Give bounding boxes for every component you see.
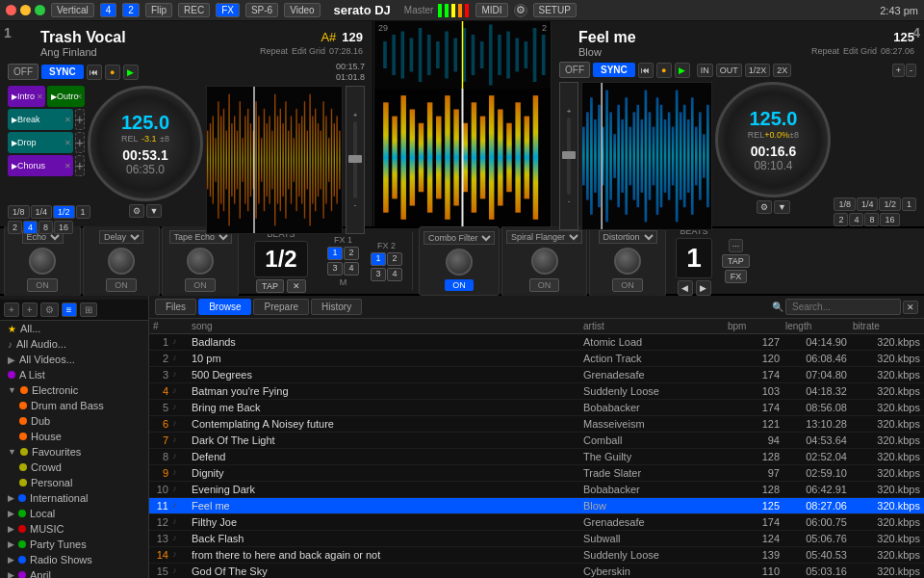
deck-right-off[interactable]: OFF [559, 62, 590, 78]
tab-prepare[interactable]: Prepare [253, 299, 309, 315]
fx-delay-knob[interactable] [108, 248, 135, 275]
track-row[interactable]: 10 ♪ Evening Dark Bobabacker 128 06:42.9… [149, 482, 924, 498]
deck-num-2[interactable]: 2 [122, 3, 140, 17]
sidebar-item-crowd[interactable]: Crowd [0, 460, 148, 475]
pitch-track-right[interactable] [567, 118, 571, 195]
search-x-btn[interactable]: ✕ [903, 301, 918, 314]
track-row[interactable]: 9 ♪ Dignity Trade Slater 97 02:59.10 320… [149, 465, 924, 482]
fx-spiral-select[interactable]: Spiral Flanger [506, 230, 582, 244]
fx-spiral-knob[interactable] [531, 248, 558, 275]
sidebar-item-april[interactable]: ▶ April [0, 567, 148, 578]
fx-combo-knob[interactable] [446, 249, 473, 276]
fx-combo-toggle[interactable]: ON [445, 279, 474, 291]
pitch-handle-right[interactable] [562, 151, 576, 159]
deck-left-mini-2[interactable]: ▼ [146, 204, 163, 218]
cue-outro[interactable]: ▶ Outro ✕ [47, 86, 85, 107]
fx-right-tap[interactable]: TAP [722, 254, 750, 268]
track-row[interactable]: 14 ♪ from there to here and back again o… [149, 547, 924, 564]
vertical-select[interactable]: Vertical [51, 3, 94, 17]
deck-right-pitch[interactable]: + - [559, 82, 578, 230]
track-row[interactable]: 6 ♪ Contemplating A Noisey future Massei… [149, 416, 924, 433]
cue-break[interactable]: ▶ Break ✕ [8, 109, 73, 130]
loop-1/8[interactable]: 1/8 [8, 205, 30, 219]
deck-right-play[interactable]: ▶ [675, 63, 690, 78]
track-row[interactable]: 13 ♪ Back Flash Subwall 124 05:06.76 320… [149, 531, 924, 547]
loop-4[interactable]: 4 [23, 221, 38, 234]
flip-btn[interactable]: Flip [145, 3, 172, 17]
tab-browse[interactable]: Browse [198, 299, 251, 315]
loop-1/2[interactable]: 1/2 [53, 205, 75, 219]
settings-icon[interactable]: ⚙ [514, 4, 527, 17]
deck-left-prev[interactable]: ⏮ [87, 65, 102, 80]
sidebar-gear-btn[interactable]: ⚙ [40, 302, 59, 317]
deck-right-out-btn[interactable]: OUT [716, 64, 742, 77]
fx2-btn-1[interactable]: 1 [371, 252, 386, 266]
track-row[interactable]: 15 ♪ God Of The Sky Cyberskin 110 05:03.… [149, 564, 924, 578]
track-row[interactable]: 12 ♪ Filthy Joe Grenadesafe 174 06:00.75… [149, 514, 924, 531]
loop-16[interactable]: 16 [54, 221, 73, 234]
fx-tape-toggle[interactable]: ON [185, 278, 216, 292]
search-input[interactable] [785, 299, 901, 315]
fx-beat-prev[interactable]: ◀ [678, 280, 693, 296]
track-row[interactable]: 2 ♪ 10 pm Action Track 120 06:08.46 320.… [149, 351, 924, 367]
fx-x-btn[interactable]: ✕ [287, 279, 306, 293]
sp6-btn[interactable]: SP-6 [245, 3, 278, 17]
fx-btn[interactable]: FX [216, 3, 240, 17]
track-row[interactable]: 3 ♪ 500 Degrees Grenadesafe 174 07:04.80… [149, 367, 924, 383]
deck-left-off[interactable]: OFF [8, 64, 38, 80]
sidebar-item-dub[interactable]: Dub [0, 413, 148, 429]
fx1-btn-3[interactable]: 3 [327, 262, 343, 276]
sidebar-item-favourites[interactable]: ▼ Favourites [0, 444, 148, 460]
fx-beat-next[interactable]: ▶ [696, 280, 711, 296]
minimize-btn[interactable] [20, 5, 31, 15]
fx1-btn-2[interactable]: 2 [344, 247, 359, 260]
loop-8[interactable]: 8 [38, 221, 53, 234]
sidebar-item-all-audio[interactable]: ♪ All Audio... [0, 336, 148, 352]
rloop-4[interactable]: 4 [849, 213, 863, 226]
fx1-btn-1[interactable]: 1 [327, 247, 343, 260]
sidebar-item-local[interactable]: ▶ Local [0, 506, 148, 521]
loop-1/4[interactable]: 1/4 [31, 205, 53, 219]
deck-right-sync[interactable]: SYNC [593, 63, 635, 77]
fx2-btn-3[interactable]: 3 [371, 268, 386, 281]
fx2-btn-2[interactable]: 2 [387, 252, 402, 266]
track-row[interactable]: 8 ♪ Defend The Guilty 128 02:52.04 320.k… [149, 449, 924, 465]
pitch-handle-left[interactable] [348, 155, 362, 163]
sidebar-item-alist[interactable]: A List [0, 367, 148, 382]
fx-echo-toggle[interactable]: ON [27, 278, 58, 292]
rloop-1/2[interactable]: 1/2 [879, 197, 901, 211]
sidebar-item-personal[interactable]: Personal [0, 475, 148, 490]
fx-more-btn[interactable]: ··· [729, 239, 744, 252]
cue-intro[interactable]: ▶ Intro ✕ [8, 86, 45, 107]
rloop-16[interactable]: 16 [880, 213, 899, 226]
sidebar-add2-btn[interactable]: + [22, 302, 38, 317]
midi-btn[interactable]: MIDI [475, 3, 507, 17]
deck-right-repeat[interactable]: Repeat [811, 46, 839, 56]
deck-right-mini-1[interactable]: ⚙ [757, 200, 772, 214]
track-row[interactable]: 7 ♪ Dark Of The Light Comball 94 04:53.6… [149, 433, 924, 449]
deck-left-cue[interactable]: ● [105, 65, 120, 80]
fx-dist-knob[interactable] [614, 248, 641, 275]
fx-spiral-toggle[interactable]: ON [529, 278, 560, 292]
rloop-1/4[interactable]: 1/4 [857, 197, 879, 211]
sidebar-item-party[interactable]: ▶ Party Tunes [0, 537, 148, 552]
sidebar-item-house[interactable]: House [0, 429, 148, 444]
fx-dist-toggle[interactable]: ON [612, 278, 643, 292]
sidebar-item-drum-bass[interactable]: Drum and Bass [0, 398, 148, 413]
track-row[interactable]: 4 ♪ Batman you're Fying Suddenly Loose 1… [149, 383, 924, 400]
cue-drop[interactable]: ▶ Drop ✕ [8, 132, 73, 153]
fx-right-x[interactable]: FX [725, 270, 748, 283]
fx2-btn-4[interactable]: 4 [387, 268, 402, 281]
deck-right-editgrid[interactable]: Edit Grid [843, 46, 877, 56]
rl-2[interactable]: - [906, 64, 916, 77]
deck-right-2x-btn[interactable]: 2X [773, 64, 791, 77]
setup-btn[interactable]: SETUP [533, 3, 577, 17]
deck-left-pitch[interactable]: + - [346, 86, 365, 234]
sidebar-item-all-videos[interactable]: ▶ All Videos... [0, 352, 148, 367]
rloop-1/8[interactable]: 1/8 [834, 197, 856, 211]
rloop-1[interactable]: 1 [902, 197, 916, 211]
deck-num-4[interactable]: 4 [100, 3, 117, 17]
close-btn[interactable] [6, 5, 16, 15]
deck-right-in-btn[interactable]: IN [697, 64, 713, 77]
cue-add-1[interactable]: + [75, 109, 85, 130]
